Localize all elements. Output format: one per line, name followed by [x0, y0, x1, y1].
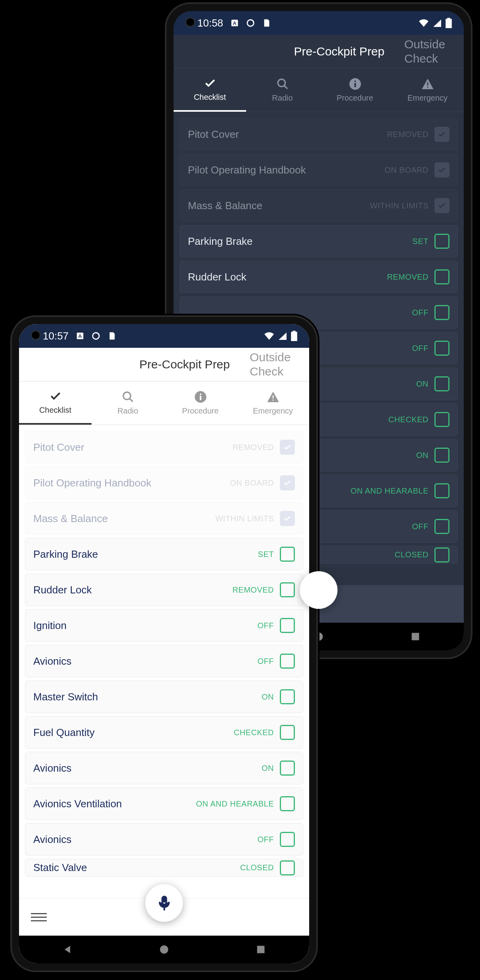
checkbox[interactable]: [280, 761, 295, 776]
checkbox[interactable]: [280, 440, 295, 455]
item-label: Mass & Balance: [33, 513, 108, 525]
checkbox[interactable]: [434, 305, 449, 320]
svg-text:A: A: [233, 20, 236, 26]
item-label: Avionics: [33, 655, 71, 667]
item-label: Pilot Operating Handbook: [188, 164, 306, 176]
checklist-item[interactable]: Static ValveCLOSED: [25, 859, 303, 877]
item-status: REMOVED: [387, 130, 428, 139]
menu-button[interactable]: [31, 909, 47, 925]
section-tabs: Checklist Radio Procedure Emergency: [19, 381, 309, 425]
checklist-item[interactable]: Avionics VentilationON AND HEARABLE: [25, 787, 303, 820]
statusbar: 10:58 A: [174, 11, 464, 35]
item-status: ON AND HEARABLE: [196, 799, 274, 808]
checkbox[interactable]: [280, 618, 295, 633]
item-status: CHECKED: [388, 415, 428, 424]
svg-point-5: [278, 79, 285, 87]
item-status: OFF: [258, 835, 274, 844]
tab-pre-cockpit[interactable]: Pre-Cockpit Prep: [140, 357, 230, 372]
svg-rect-4: [447, 18, 450, 19]
checkbox[interactable]: [434, 448, 449, 463]
tab-checklist[interactable]: Checklist: [19, 381, 92, 425]
checkbox[interactable]: [280, 511, 295, 526]
checklist-item[interactable]: AvionicsOFF: [25, 645, 303, 677]
recent-button[interactable]: [255, 944, 266, 955]
svg-point-25: [272, 399, 273, 400]
recent-button[interactable]: [410, 631, 421, 642]
checkbox[interactable]: [280, 582, 295, 597]
tab-emergency[interactable]: Emergency: [391, 69, 464, 112]
checkbox[interactable]: [434, 519, 449, 534]
checklist-item[interactable]: Pitot CoverREMOVED: [25, 431, 303, 463]
checkbox[interactable]: [434, 376, 449, 391]
checkbox[interactable]: [280, 689, 295, 704]
signal-icon: [433, 19, 442, 27]
tab-outside-check[interactable]: Outside Check: [250, 350, 297, 379]
svg-point-11: [427, 86, 428, 88]
mic-fab[interactable]: [145, 884, 183, 922]
item-status: ON AND HEARABLE: [351, 486, 428, 496]
checkbox[interactable]: [434, 162, 449, 177]
checklist-item[interactable]: Mass & BalanceWITHIN LIMITS: [180, 189, 458, 222]
tab-emergency[interactable]: Emergency: [237, 381, 309, 425]
checkbox[interactable]: [434, 198, 449, 213]
svg-rect-3: [446, 19, 452, 28]
checklist-item[interactable]: Fuel QuantityCHECKED: [25, 716, 303, 749]
checklist-list[interactable]: Pitot CoverREMOVEDPilot Operating Handbo…: [19, 425, 309, 898]
item-label: Parking Brake: [188, 235, 252, 248]
item-status: ON: [262, 764, 274, 773]
checkbox[interactable]: [280, 796, 295, 811]
checkbox[interactable]: [434, 483, 449, 498]
checkbox[interactable]: [434, 234, 449, 249]
svg-rect-10: [427, 82, 428, 86]
svg-point-8: [354, 80, 356, 82]
checklist-item[interactable]: Parking BrakeSET: [25, 538, 303, 570]
tab-radio[interactable]: Radio: [246, 69, 319, 112]
auto-text-icon: A: [230, 19, 239, 27]
checklist-item[interactable]: Parking BrakeSET: [180, 225, 458, 257]
checkbox[interactable]: [280, 832, 295, 847]
checklist-item[interactable]: Mass & BalanceWITHIN LIMITS: [25, 502, 303, 535]
item-label: Parking Brake: [33, 548, 98, 561]
checklist-item[interactable]: AvionicsON: [25, 752, 303, 784]
tab-outside-check[interactable]: Outside Check: [404, 37, 452, 66]
item-status: CLOSED: [395, 550, 428, 559]
item-label: Pilot Operating Handbook: [33, 477, 151, 489]
checklist-item[interactable]: Master SwitchON: [25, 681, 303, 713]
back-button[interactable]: [62, 944, 73, 955]
home-button[interactable]: [159, 944, 170, 955]
checklist-item[interactable]: AvionicsOFF: [25, 823, 303, 856]
tab-checklist[interactable]: Checklist: [174, 69, 246, 112]
checkbox[interactable]: [434, 547, 449, 562]
item-status: CHECKED: [234, 728, 274, 737]
checkbox[interactable]: [280, 654, 295, 669]
check-icon: [204, 77, 216, 90]
checkbox[interactable]: [280, 725, 295, 740]
item-status: OFF: [412, 308, 429, 317]
checkbox[interactable]: [280, 475, 295, 490]
svg-rect-24: [272, 395, 273, 398]
item-label: Avionics: [33, 833, 71, 846]
checkbox[interactable]: [280, 860, 295, 875]
checkbox[interactable]: [434, 269, 449, 284]
checkbox[interactable]: [434, 341, 449, 356]
checkbox[interactable]: [434, 412, 449, 427]
data-saver-icon: [92, 332, 100, 340]
checkbox[interactable]: [280, 547, 295, 562]
checklist-item[interactable]: Pilot Operating HandbookON BOARD: [180, 154, 458, 186]
checklist-item[interactable]: Rudder LockREMOVED: [25, 574, 303, 606]
checklist-item[interactable]: Pilot Operating HandbookON BOARD: [25, 467, 303, 499]
svg-rect-23: [200, 396, 201, 400]
item-label: Rudder Lock: [188, 271, 246, 283]
svg-point-22: [200, 393, 201, 395]
tab-procedure[interactable]: Procedure: [319, 69, 391, 112]
mic-fab[interactable]: [300, 571, 338, 609]
tab-procedure[interactable]: Procedure: [164, 381, 237, 425]
svg-point-26: [160, 946, 168, 954]
tab-pre-cockpit[interactable]: Pre-Cockpit Prep: [294, 44, 384, 59]
checkbox[interactable]: [434, 127, 449, 142]
item-status: CLOSED: [240, 863, 274, 872]
checklist-item[interactable]: IgnitionOFF: [25, 609, 303, 642]
checklist-item[interactable]: Rudder LockREMOVED: [180, 261, 458, 293]
tab-radio[interactable]: Radio: [92, 381, 164, 425]
checklist-item[interactable]: Pitot CoverREMOVED: [180, 118, 458, 151]
